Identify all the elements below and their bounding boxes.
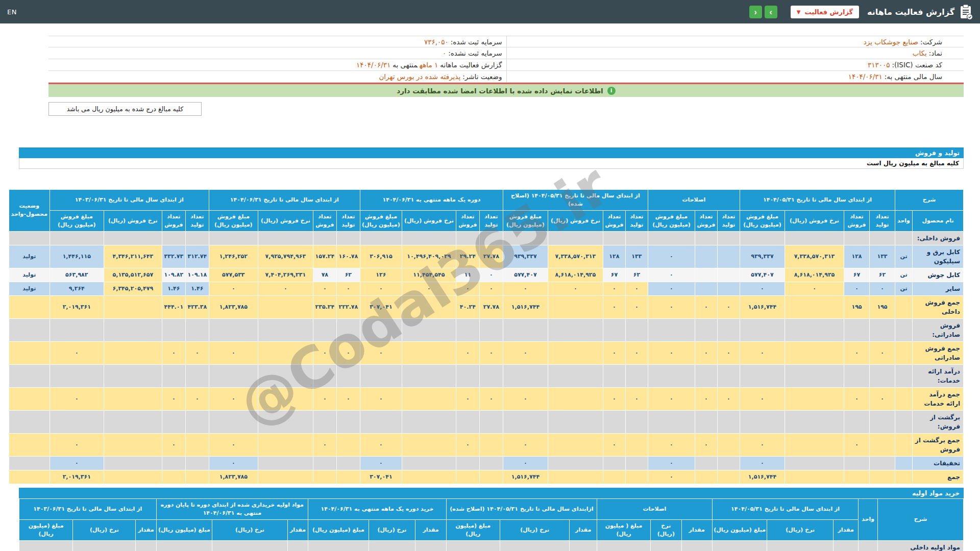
cell bbox=[844, 364, 870, 387]
cell: ۱۰,۴۹۶,۴۰۹,۰۲۹ bbox=[402, 245, 456, 268]
cell bbox=[456, 364, 479, 387]
cell bbox=[844, 456, 870, 470]
cell bbox=[548, 410, 603, 433]
column-header: تعداد تولید bbox=[625, 210, 648, 231]
cell bbox=[19, 540, 73, 551]
info-row: شرکت:صنایع جوشکاب یزد bbox=[507, 36, 964, 47]
cell bbox=[785, 470, 844, 484]
cell bbox=[402, 341, 456, 364]
report-type-dropdown[interactable]: گزارش فعالیت ▼ bbox=[791, 6, 859, 18]
cell bbox=[717, 410, 740, 433]
column-header: مبلغ ( میلیون ریال) bbox=[597, 519, 650, 540]
cell: ۰ bbox=[625, 341, 648, 364]
cell bbox=[870, 231, 895, 245]
cell: برگشت از فروش: bbox=[913, 410, 964, 433]
cell bbox=[104, 470, 162, 484]
cell: ۷,۴۰۴,۲۶۹,۲۳۱ bbox=[258, 268, 313, 282]
cell: ۱۰۹.۸۲ bbox=[162, 268, 185, 282]
cell: ۳۰۷,۰۴۱ bbox=[360, 295, 402, 318]
column-header: تعداد فروش bbox=[456, 210, 479, 231]
cell: ۰ bbox=[740, 341, 785, 364]
cell: ۰ bbox=[313, 433, 336, 456]
column-header: نرخ (ریال) bbox=[767, 519, 834, 540]
cell bbox=[104, 433, 162, 456]
cell bbox=[503, 318, 548, 341]
column-header: مبلغ فروش (میلیون ریال) bbox=[209, 210, 258, 231]
cell bbox=[695, 318, 717, 341]
column-group-header: از ابتدای سال مالی تا تاریخ ۱۴۰۳/۰۶/۳۱ bbox=[19, 498, 157, 519]
next-report-button[interactable]: › bbox=[765, 6, 777, 18]
cell: ۰ bbox=[844, 387, 870, 410]
cell bbox=[717, 470, 740, 484]
monthly-activity-report-page: گزارش فعالیت ماهانه گزارش فعالیت ▼ › ‹ E… bbox=[0, 0, 980, 551]
column-header: تعداد تولید bbox=[717, 210, 740, 231]
column-header: نرخ (ریال) bbox=[369, 519, 415, 540]
cell: ۶۷ bbox=[844, 268, 870, 282]
cell bbox=[603, 231, 625, 245]
cell bbox=[651, 540, 681, 551]
cell: فروش صادراتی: bbox=[913, 318, 964, 341]
cell bbox=[360, 318, 402, 341]
cell bbox=[479, 433, 503, 456]
cell: ۰ bbox=[360, 387, 402, 410]
cell: ۱,۵۱۶,۷۴۴ bbox=[740, 470, 785, 484]
cell bbox=[503, 410, 548, 433]
column-group-header: شرح bbox=[878, 498, 964, 540]
column-header: مبلغ (میلیون ریال) bbox=[446, 519, 500, 540]
column-group-header: خرید دوره یک ماهه منتهی به ۱۴۰۴/۰۶/۳۱ bbox=[308, 498, 447, 519]
cell bbox=[258, 433, 313, 456]
cell: ۹۳۹,۳۳۷ bbox=[740, 245, 785, 268]
cell bbox=[104, 341, 162, 364]
cell: ۰ bbox=[695, 433, 717, 456]
column-header: مقدار bbox=[834, 519, 859, 540]
cell: ۵,۱۳۵,۵۱۲,۶۵۷ bbox=[104, 268, 162, 282]
cell: ۰ bbox=[548, 282, 603, 295]
column-group-header: شرح bbox=[895, 190, 964, 211]
cell bbox=[717, 364, 740, 387]
cell: جمع bbox=[913, 470, 964, 484]
cell bbox=[570, 540, 597, 551]
cell bbox=[313, 410, 336, 433]
cell bbox=[548, 456, 603, 470]
column-header: نرخ فروش (ریال) bbox=[258, 210, 313, 231]
cell bbox=[870, 470, 895, 484]
cell bbox=[740, 410, 785, 433]
cell bbox=[695, 268, 717, 282]
cell: ۴۰.۲۴ bbox=[456, 295, 479, 318]
cell: ۱,۲۴۶,۲۵۲ bbox=[209, 245, 258, 268]
cell: ۰ bbox=[162, 387, 185, 410]
cell: ۰ bbox=[50, 341, 104, 364]
spacer bbox=[19, 484, 964, 488]
cell bbox=[479, 364, 503, 387]
info-value: پذیرفته شده در بورس تهران bbox=[379, 72, 460, 81]
info-value: بکاب bbox=[913, 49, 927, 57]
column-header: تعداد فروش bbox=[313, 210, 336, 231]
column-header: تعداد تولید bbox=[185, 210, 209, 231]
signature-match-text: اطلاعات نمایش داده شده با اطلاعات امضا ش… bbox=[397, 87, 603, 95]
clipboard-report-icon bbox=[960, 4, 973, 19]
company-info-section: شرکت:صنایع جوشکاب یزدنماد:بکابکد صنعت (I… bbox=[48, 36, 964, 84]
cell bbox=[402, 456, 456, 470]
cell bbox=[648, 364, 695, 387]
cell bbox=[712, 540, 767, 551]
cell bbox=[9, 364, 50, 387]
language-toggle-en[interactable]: EN bbox=[7, 8, 17, 16]
cell: ۰ bbox=[648, 387, 695, 410]
cell: ۹۳۹,۳۳۷ bbox=[503, 245, 548, 268]
cell: ۷,۳۳۸,۵۷۰,۳۱۳ bbox=[548, 245, 603, 268]
cell bbox=[336, 318, 360, 341]
cell bbox=[209, 410, 258, 433]
previous-report-button[interactable]: ‹ bbox=[749, 6, 762, 18]
cell bbox=[625, 318, 648, 341]
cell bbox=[9, 456, 50, 470]
table-row: جمع برگشت از فروش۰۰۰۰۰۰۰۰۰۰۰۰ bbox=[9, 433, 963, 456]
cell: ۱.۴۶ bbox=[185, 282, 209, 295]
cell bbox=[258, 364, 313, 387]
cell: ۰ bbox=[456, 341, 479, 364]
cell: ۱۲۶ bbox=[360, 268, 402, 282]
cell bbox=[603, 410, 625, 433]
cell bbox=[258, 410, 313, 433]
cell bbox=[185, 433, 209, 456]
cell: ۱۳۳ bbox=[625, 245, 648, 268]
cell: ۰ bbox=[603, 282, 625, 295]
